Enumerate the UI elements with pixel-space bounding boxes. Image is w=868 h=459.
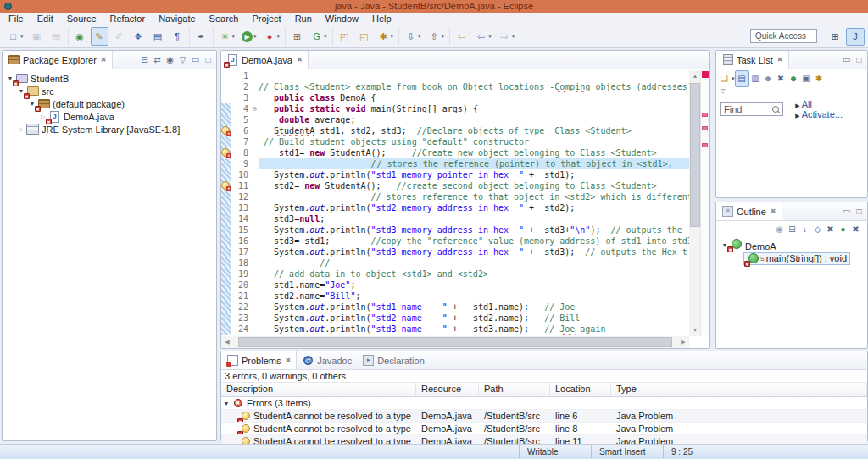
- dropdown-caret-icon[interactable]: ▾: [253, 33, 257, 40]
- code-line-21[interactable]: 21 std2.name="Bill";: [221, 290, 689, 301]
- code-line-12[interactable]: 12 // stores reference to that object in…: [221, 191, 689, 202]
- overview-ruler[interactable]: [700, 70, 709, 336]
- tree-item-studentb[interactable]: ▼StudentB: [3, 72, 216, 85]
- hide-static-icon[interactable]: ✖: [824, 222, 837, 237]
- source-view-icon[interactable]: ▤: [149, 27, 167, 46]
- vertical-scroll-thumb[interactable]: [690, 83, 700, 227]
- maximize-icon[interactable]: □: [202, 53, 214, 68]
- presentation-icon[interactable]: ☻: [762, 71, 775, 86]
- find-input[interactable]: Find: [720, 102, 783, 116]
- external-tools-icon[interactable]: ✐: [110, 27, 128, 46]
- dropdown-caret-icon[interactable]: ▾: [324, 33, 327, 40]
- quick-access-input[interactable]: Quick Access: [750, 29, 817, 43]
- new-report-icon[interactable]: ❖: [130, 27, 147, 46]
- scroll-up-icon[interactable]: ▲: [689, 70, 701, 82]
- next-annotation-icon[interactable]: ⇩▾: [402, 27, 424, 46]
- code-line-10[interactable]: 10 System.out.println("std1 memory point…: [221, 169, 689, 180]
- code-line-9[interactable]: 9 // stores the reference (pointer) to t…: [221, 158, 689, 169]
- error-gutter-icon[interactable]: [221, 181, 230, 190]
- back-icon[interactable]: ⇦▾: [472, 27, 494, 46]
- problems-error-group[interactable]: ▼ ✖ Errors (3 items): [221, 397, 867, 410]
- dropdown-caret-icon[interactable]: ▾: [277, 33, 281, 40]
- forward-icon[interactable]: ⇨▾: [496, 27, 518, 46]
- close-icon[interactable]: ✖: [285, 357, 291, 364]
- code-line-8[interactable]: 8 std1= new StudentA(); //Create new obj…: [221, 147, 689, 158]
- focus-icon[interactable]: ◉: [773, 222, 786, 237]
- minimize-icon[interactable]: ▭: [840, 204, 853, 219]
- column-header-description[interactable]: Description: [221, 383, 416, 396]
- menu-item-project[interactable]: Project: [245, 13, 287, 25]
- menu-item-refactor[interactable]: Refactor: [103, 13, 153, 25]
- save-icon[interactable]: ▣: [28, 27, 46, 46]
- selection-tool-icon[interactable]: ✒: [192, 27, 210, 46]
- duplicates-icon[interactable]: ▣: [800, 71, 813, 86]
- menu-item-run[interactable]: Run: [288, 13, 319, 25]
- run-icon[interactable]: ▶▾: [239, 27, 259, 46]
- categorized-icon[interactable]: ▤: [735, 70, 749, 87]
- menu-item-navigate[interactable]: Navigate: [152, 13, 202, 25]
- expander-icon[interactable]: ▼: [221, 401, 231, 406]
- outline-item-main-string-void[interactable]: Smain(String[]) : void: [716, 252, 867, 265]
- dropdown-caret-icon[interactable]: ▾: [232, 33, 236, 40]
- code-line-2[interactable]: 2// Class <Student> example from book on…: [221, 81, 689, 92]
- scheduled-icon[interactable]: ▥: [749, 71, 762, 86]
- show-whitespace-icon[interactable]: ¶: [169, 27, 186, 46]
- collapse-all-icon[interactable]: ⊟: [786, 222, 798, 237]
- horizontal-scrollbar[interactable]: ◀ ▶: [221, 336, 689, 348]
- minimize-icon[interactable]: ▭: [189, 53, 202, 68]
- column-header-type[interactable]: Type: [611, 383, 721, 396]
- task-list-link-all[interactable]: All: [802, 99, 812, 109]
- expander-icon[interactable]: ▶: [795, 113, 799, 119]
- close-icon[interactable]: ✖: [101, 56, 107, 64]
- open-task-icon[interactable]: ◉: [71, 27, 89, 46]
- debug-icon[interactable]: ✳▾: [216, 27, 238, 46]
- menu-item-help[interactable]: Help: [365, 13, 398, 25]
- mark-occurrences-icon[interactable]: ✎: [91, 27, 108, 46]
- scroll-left-icon[interactable]: ◀: [221, 336, 233, 348]
- java-perspective-icon[interactable]: J: [846, 28, 865, 46]
- prev-annotation-icon[interactable]: ⇧▾: [426, 27, 448, 46]
- chevron-down-icon[interactable]: ▽: [716, 88, 867, 97]
- scroll-down-icon[interactable]: ▼: [689, 324, 701, 336]
- column-header-resource[interactable]: Resource: [416, 383, 479, 396]
- menu-item-window[interactable]: Window: [319, 13, 365, 25]
- code-line-4[interactable]: 4⊖ public static void main(String[] args…: [221, 103, 689, 114]
- tab-demoa-java[interactable]: J DemoA.java ✖: [221, 51, 309, 69]
- new-wizard-icon[interactable]: □▾: [4, 27, 26, 46]
- error-gutter-icon[interactable]: [221, 148, 230, 157]
- code-line-6[interactable]: 6 StudentA std1, std2, std3; //Declare o…: [221, 125, 689, 136]
- code-line-23[interactable]: 23 System.out.println("std2 name " + std…: [221, 312, 689, 324]
- tree-item--default-package-[interactable]: ▼(default package): [3, 97, 216, 110]
- hide-fields-icon[interactable]: ◇: [811, 222, 824, 237]
- close-icon[interactable]: ✖: [297, 56, 303, 64]
- tab-package-explorer[interactable]: Package Explorer ✖: [3, 51, 113, 69]
- vertical-scrollbar[interactable]: ▲ ▼: [689, 70, 701, 336]
- code-line-1[interactable]: 1: [221, 70, 689, 81]
- last-edit-icon[interactable]: ⇦: [453, 27, 470, 46]
- minimize-icon[interactable]: ▭: [840, 53, 853, 68]
- problem-row[interactable]: StudentA cannot be resolved to a typeDem…: [221, 423, 867, 435]
- repositories-icon[interactable]: ✱: [813, 71, 826, 86]
- error-marker[interactable]: [702, 126, 708, 130]
- code-line-19[interactable]: 19 // add data in to object <std1> and <…: [221, 268, 689, 279]
- column-header-location[interactable]: Location▲: [550, 383, 611, 396]
- code-line-17[interactable]: 17 System.out.println("std3 memory addre…: [221, 246, 689, 257]
- new-task-icon[interactable]: ❏: [718, 71, 731, 86]
- expander-icon[interactable]: ▷: [16, 126, 26, 133]
- group-icon[interactable]: ☻: [787, 71, 800, 86]
- maximize-icon[interactable]: □: [853, 204, 865, 219]
- dropdown-caret-icon[interactable]: ▾: [20, 33, 24, 40]
- profile-icon[interactable]: ●▾: [261, 27, 283, 46]
- link-editor-icon[interactable]: ⇄: [151, 53, 164, 68]
- hide-completed-icon[interactable]: ✖: [775, 71, 787, 86]
- menu-item-source[interactable]: Source: [60, 13, 103, 25]
- code-line-13[interactable]: 13 System.out.println("std2 memory addre…: [221, 202, 689, 213]
- view-menu-icon[interactable]: ▽: [176, 53, 189, 68]
- close-icon[interactable]: ✖: [777, 56, 783, 64]
- tab-javadoc[interactable]: @Javadoc: [297, 351, 357, 369]
- focus-icon[interactable]: ◉: [164, 53, 176, 68]
- code-line-18[interactable]: 18 //: [221, 257, 689, 268]
- horizontal-scroll-thumb[interactable]: [238, 337, 672, 347]
- open-perspective-icon[interactable]: ⊞: [826, 28, 844, 46]
- collapse-all-icon[interactable]: ⊟: [138, 53, 151, 68]
